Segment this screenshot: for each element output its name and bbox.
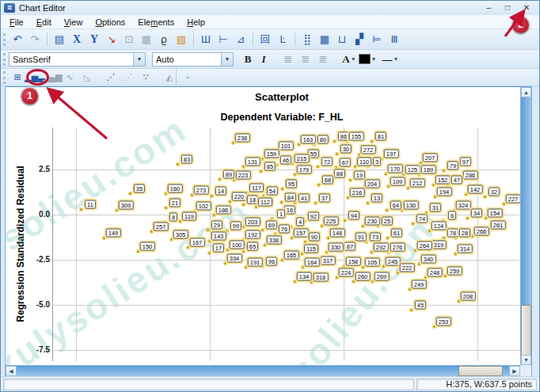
data-point-label-305[interactable]: 305	[173, 230, 188, 239]
data-point-label-216[interactable]: 216	[350, 188, 365, 197]
menu-options[interactable]: Options	[89, 17, 131, 28]
data-point-label-163[interactable]: 163	[301, 135, 316, 144]
chevron-down-icon[interactable]: ▼	[133, 53, 145, 66]
area-chart-icon[interactable]: ◺	[79, 70, 95, 85]
data-point-label-225[interactable]: 225	[324, 217, 339, 226]
menu-help[interactable]: Help	[181, 17, 211, 28]
data-grid-icon[interactable]: ⊞	[10, 70, 25, 85]
select-data-points-icon[interactable]: ↘	[104, 32, 120, 48]
data-point-label-94[interactable]: 94	[348, 211, 359, 220]
data-point-label-8[interactable]: 8	[169, 213, 177, 222]
data-point-label-92[interactable]: 92	[308, 212, 319, 221]
data-point-label-248[interactable]: 248	[428, 268, 443, 277]
data-point-label-73[interactable]: 73	[370, 233, 381, 242]
data-point-label-90[interactable]: 90	[309, 233, 320, 242]
data-point-label-76[interactable]: 76	[279, 225, 290, 234]
data-point-label-179[interactable]: 179	[297, 166, 312, 174]
chevron-down-icon[interactable]: ▼	[371, 56, 377, 63]
data-point-label-197[interactable]: 197	[384, 150, 399, 158]
vertical-scroll-thumb[interactable]	[521, 305, 531, 356]
data-point-label-102[interactable]: 102	[196, 202, 211, 211]
data-point-label-110[interactable]: 110	[357, 158, 371, 166]
histogram-icon[interactable]: ◭	[162, 70, 177, 85]
data-point-label-194[interactable]: 194	[437, 188, 452, 196]
clustered-bar-icon[interactable]: ▂▄▆	[44, 70, 60, 85]
data-point-label-154[interactable]: 154	[488, 209, 503, 218]
resize-chart-icon[interactable]: ⊡	[121, 32, 137, 48]
add-fit-line-icon[interactable]: ⊿	[233, 32, 249, 48]
data-point-label-227[interactable]: 227	[506, 195, 520, 204]
data-point-label-28[interactable]: 28	[459, 229, 470, 238]
data-point-label-18[interactable]: 18	[247, 196, 258, 204]
data-point-label-89[interactable]: 89	[223, 170, 234, 179]
data-point-label-203[interactable]: 203	[245, 218, 260, 226]
bar-chart-icon[interactable]: ▂▅▃	[27, 70, 43, 85]
data-point-label-149[interactable]: 149	[106, 229, 121, 238]
data-point-label-261[interactable]: 261	[491, 221, 506, 230]
data-point-label-167[interactable]: 167	[190, 238, 205, 247]
data-point-label-245[interactable]: 245	[386, 257, 401, 266]
data-point-label-223[interactable]: 223	[236, 171, 251, 180]
data-point-label-169[interactable]: 169	[421, 166, 436, 174]
data-point-label-150[interactable]: 150	[140, 242, 155, 251]
data-point-label-266[interactable]: 266	[474, 227, 489, 236]
data-point-label-117[interactable]: 117	[249, 184, 264, 192]
data-point-label-3[interactable]: 3	[373, 158, 381, 166]
data-point-label-220[interactable]: 220	[232, 192, 247, 201]
undo-icon[interactable]: ↶	[10, 32, 25, 48]
scatter-fit-icon[interactable]: ⋰	[103, 70, 119, 85]
data-point-label-74[interactable]: 74	[416, 215, 428, 223]
data-point-label-16[interactable]: 16	[284, 206, 295, 215]
show-x-axis-icon[interactable]: Ш	[198, 32, 214, 48]
show-y-axis-icon[interactable]: ⊢	[215, 32, 231, 48]
horizontal-scroll-thumb[interactable]	[458, 366, 503, 376]
data-point-label-269[interactable]: 269	[375, 272, 390, 281]
insert-image-icon[interactable]: ▧	[173, 32, 189, 48]
chevron-down-icon[interactable]: ▼	[221, 53, 233, 66]
transpose-chart-icon[interactable]: Ŀ	[275, 32, 291, 48]
data-point-label-47[interactable]: 47	[451, 176, 462, 185]
data-point-label-165[interactable]: 165	[284, 251, 299, 260]
bold-button[interactable]: B	[240, 51, 256, 67]
data-point-label-224[interactable]: 224	[339, 268, 354, 277]
data-point-label-142[interactable]: 142	[468, 185, 483, 194]
data-point-label-55[interactable]: 55	[308, 150, 319, 158]
chart-canvas[interactable]: Scatterplot Dependent Variable: F_HL Reg…	[5, 86, 532, 377]
data-point-label-109[interactable]: 109	[390, 177, 405, 186]
data-point-label-78[interactable]: 78	[447, 229, 458, 238]
data-point-label-6[interactable]: 6	[448, 211, 456, 220]
data-point-label-96[interactable]: 96	[266, 257, 277, 266]
line-style-button[interactable]: — ▼	[378, 51, 403, 67]
data-point-label-37[interactable]: 37	[319, 194, 330, 203]
data-point-label-186[interactable]: 186	[216, 206, 231, 215]
data-point-label-230[interactable]: 230	[365, 217, 380, 226]
data-point-label-68[interactable]: 68	[322, 176, 333, 185]
data-point-label-192[interactable]: 192	[245, 230, 260, 239]
data-point-label-65[interactable]: 65	[247, 242, 258, 251]
data-point-label-101[interactable]: 101	[279, 142, 294, 150]
data-point-label-314[interactable]: 314	[458, 245, 473, 253]
swap-colors-icon[interactable]: ▞	[352, 32, 367, 48]
data-point-label-35[interactable]: 35	[134, 185, 145, 193]
align-right-icon[interactable]: ≣	[315, 51, 331, 67]
data-point-label-134[interactable]: 134	[297, 272, 312, 281]
data-point-label-99[interactable]: 99	[230, 222, 241, 230]
data-point-label-309[interactable]: 309	[119, 201, 134, 210]
data-point-label-112[interactable]: 112	[258, 198, 272, 207]
minor-gridlines-icon[interactable]: ⣿	[299, 32, 315, 48]
data-point-label-67[interactable]: 67	[340, 158, 351, 167]
align-center-icon[interactable]: ≣	[298, 51, 314, 67]
chevron-down-icon[interactable]: ▼	[394, 56, 399, 63]
data-point-label-115[interactable]: 115	[304, 245, 318, 253]
data-point-label-61[interactable]: 61	[391, 229, 402, 238]
data-point-label-272[interactable]: 272	[361, 146, 376, 154]
data-point-label-29[interactable]: 29	[211, 221, 222, 230]
maximize-button[interactable]: □	[498, 2, 517, 14]
fill-color-button[interactable]: ▼	[357, 51, 378, 67]
data-point-label-318[interactable]: 318	[314, 273, 329, 282]
data-point-label-83[interactable]: 83	[181, 155, 192, 164]
data-point-label-207[interactable]: 207	[423, 154, 438, 162]
data-point-label-273[interactable]: 273	[194, 186, 209, 195]
horizontal-scroll-track[interactable]	[17, 366, 509, 376]
scroll-left-button[interactable]: ◀	[6, 366, 17, 376]
